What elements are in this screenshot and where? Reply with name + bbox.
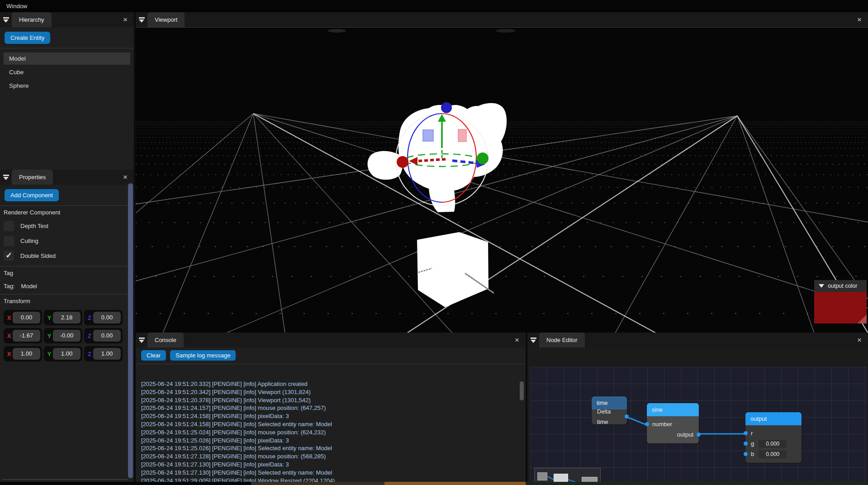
node-sine[interactable]: sine number output — [647, 403, 699, 443]
culling-row: Culling — [0, 233, 134, 248]
collapse-icon — [3, 175, 9, 180]
hierarchy-item-sphere[interactable]: Sphere — [4, 80, 130, 92]
close-icon[interactable]: × — [120, 170, 130, 185]
position-x-field[interactable]: 0.00 — [13, 312, 40, 323]
output-pin[interactable] — [697, 433, 701, 437]
scale-y-field[interactable]: 1.00 — [53, 348, 81, 360]
output-pin[interactable] — [625, 414, 629, 418]
scale-z-field[interactable]: 1.00 — [93, 348, 121, 360]
renderer-component-header[interactable]: Renderer Component — [0, 206, 134, 219]
rotation-z-field[interactable]: 0.00 — [93, 330, 121, 342]
collapse-button[interactable] — [527, 333, 539, 347]
log-line: [2025-06-24 19:51:29.005] [PENGINE] [inf… — [141, 477, 519, 482]
pin-label: output — [677, 429, 693, 440]
tab-hierarchy[interactable]: Hierarchy — [12, 12, 52, 27]
checkbox-label: Depth Test — [20, 223, 48, 229]
gizmo-plane-handle-blue — [423, 130, 433, 141]
log-line: [2025-06-24 19:51:27.128] [PENGINE] [inf… — [141, 452, 519, 461]
pin-row-b: b 0.000 — [745, 449, 802, 459]
b-value-field[interactable]: 0.000 — [759, 450, 787, 458]
collapse-icon — [139, 338, 145, 343]
collapse-button[interactable] — [0, 12, 12, 27]
axis-z-label: Z — [86, 314, 93, 321]
hierarchy-item-model[interactable]: Model — [4, 52, 130, 65]
input-pin[interactable] — [744, 431, 748, 435]
sample-log-button[interactable]: Sample log message — [170, 350, 236, 361]
close-icon[interactable]: × — [512, 333, 522, 347]
scene-render — [136, 28, 868, 333]
g-value-field[interactable]: 0.000 — [759, 440, 787, 448]
output-color-header[interactable]: output color — [814, 280, 867, 292]
close-icon[interactable]: × — [854, 12, 864, 27]
position-z-field[interactable]: 0.00 — [93, 312, 121, 323]
transform-position-row: X 0.00 Y 2.18 Z 0.00 — [0, 310, 134, 325]
depth-test-checkbox[interactable] — [4, 221, 14, 231]
tag-row: Tag: Model — [0, 279, 134, 293]
pin-label: r — [751, 428, 753, 438]
close-icon[interactable]: × — [854, 333, 864, 347]
collapse-button[interactable] — [0, 170, 12, 185]
properties-tab-bar: Properties × — [0, 170, 134, 185]
position-y-field[interactable]: 2.18 — [53, 312, 81, 323]
close-icon[interactable]: × — [120, 12, 130, 27]
log-line: [2025-06-24 19:51:24.158] [PENGINE] [inf… — [141, 420, 519, 428]
position-y-group: Y 2.18 — [44, 310, 82, 325]
scale-x-group: X 1.00 — [4, 346, 42, 361]
menu-window[interactable]: Window — [0, 3, 33, 10]
chevron-down-icon[interactable] — [819, 284, 824, 288]
console-tab-bar: Console × — [136, 333, 526, 347]
properties-scrollbar[interactable] — [128, 183, 133, 478]
node-editor-tab-bar: Node Editor × — [527, 333, 868, 347]
rotation-y-field[interactable]: -0.00 — [53, 330, 81, 342]
tag-section-header[interactable]: Tag — [0, 266, 134, 279]
add-component-button[interactable]: Add Component — [5, 189, 59, 201]
log-line: [2025-06-24 19:51:20.342] [PENGINE] [inf… — [141, 388, 519, 396]
transform-section-header[interactable]: Transform — [0, 295, 134, 307]
log-line: [2025-06-24 19:51:25.026] [PENGINE] [inf… — [141, 444, 519, 452]
tag-label: Tag: — [4, 283, 15, 290]
create-entity-button[interactable]: Create Entity — [5, 32, 50, 44]
double-sided-checkbox[interactable]: ✓ — [4, 251, 14, 261]
output-color-title: output color — [828, 280, 857, 292]
viewport-scene[interactable]: output color — [136, 27, 868, 333]
hierarchy-panel: Hierarchy × Create Entity Model Cube Sph… — [0, 12, 134, 170]
input-pin[interactable] — [744, 442, 748, 446]
node-output-title[interactable]: output — [745, 412, 802, 425]
hierarchy-list: Model Cube Sphere — [0, 52, 134, 92]
output-color-window[interactable]: output color — [814, 280, 867, 323]
culling-checkbox[interactable] — [4, 236, 14, 246]
log-line: [2025-06-24 19:51:25.024] [PENGINE] [inf… — [141, 428, 519, 437]
axis-y-label: Y — [46, 314, 53, 321]
node-output[interactable]: output r g 0.000 b 0.000 — [745, 412, 802, 463]
scale-x-field[interactable]: 1.00 — [13, 348, 40, 360]
collapse-button[interactable] — [136, 333, 147, 347]
check-icon: ✓ — [5, 251, 12, 260]
tab-node-editor[interactable]: Node Editor — [539, 333, 585, 347]
clear-button[interactable]: Clear — [141, 350, 166, 361]
resize-grip[interactable] — [858, 314, 867, 323]
axis-y-label: Y — [46, 351, 53, 357]
node-time[interactable]: time Delta time — [592, 396, 627, 424]
output-color-swatch[interactable] — [814, 292, 867, 323]
divider — [2, 479, 128, 480]
tab-viewport[interactable]: Viewport — [147, 12, 185, 27]
hierarchy-body: Create Entity Model Cube Sphere — [0, 27, 134, 170]
checkbox-label: Culling — [20, 238, 38, 244]
input-pin[interactable] — [645, 422, 649, 426]
console-panel: Console × Clear Sample log message [2025… — [136, 333, 526, 482]
rotation-x-group: X -1.67 — [4, 328, 42, 343]
hierarchy-item-cube[interactable]: Cube — [4, 66, 130, 78]
console-log-list[interactable]: [2025-06-24 19:51:20.332] [PENGINE] [inf… — [136, 380, 519, 482]
pin-label: b — [751, 449, 754, 459]
tab-properties[interactable]: Properties — [12, 170, 53, 185]
console-scrollbar[interactable] — [520, 381, 524, 400]
node-editor-panel: Node Editor × time Delta time — [527, 333, 868, 485]
log-line: [2025-06-24 19:51:25.026] [PENGINE] [inf… — [141, 437, 519, 445]
tab-console[interactable]: Console — [147, 333, 184, 347]
node-sine-title[interactable]: sine — [647, 403, 699, 416]
rotation-x-field[interactable]: -1.67 — [13, 330, 40, 342]
editor-window: Window Hierarchy × Create Entity Model C… — [0, 0, 868, 485]
collapse-button[interactable] — [136, 12, 147, 27]
axis-z-label: Z — [86, 333, 93, 339]
input-pin[interactable] — [744, 452, 748, 456]
